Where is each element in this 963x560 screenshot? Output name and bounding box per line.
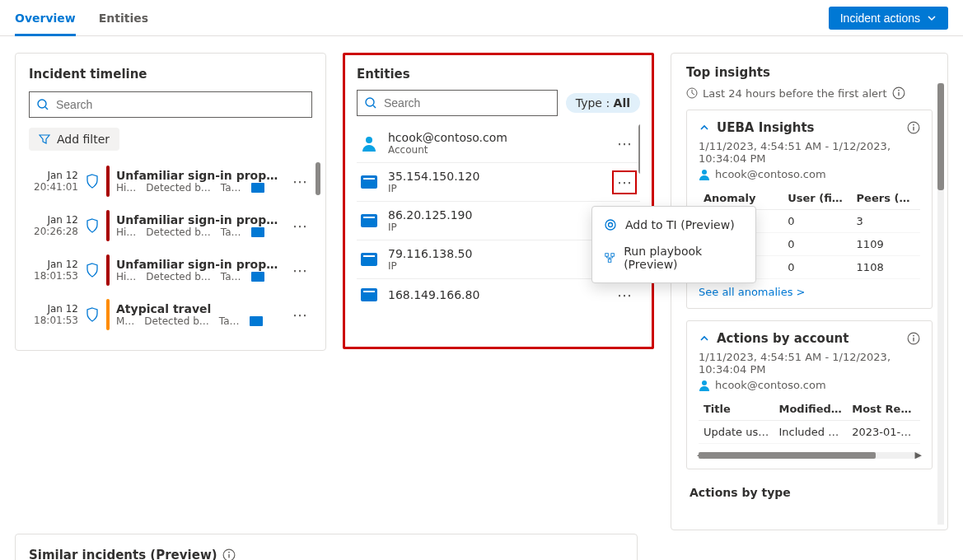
table-row[interactable]: Update user Included Upd 2023-01-11T0 <box>699 421 920 444</box>
menu-run-playbook[interactable]: Run playbook (Preview) <box>592 238 755 278</box>
svg-line-7 <box>373 105 376 108</box>
account-icon <box>699 169 710 180</box>
incident-actions-label: Incident actions <box>840 12 920 25</box>
ueba-user: hcook@contoso.com <box>715 168 826 180</box>
svg-point-26 <box>913 335 914 337</box>
entity-title: hcook@contoso.com <box>388 131 602 144</box>
entity-subtitle: IP <box>388 222 602 233</box>
more-icon[interactable]: ⋯ <box>612 135 637 152</box>
timeline-item[interactable]: Jan 1218:01:53 Atypical travel M… Detect… <box>29 292 312 337</box>
timeline-item[interactable]: Jan 1220:41:01 Unfamiliar sign-in prop… … <box>29 159 312 203</box>
entities-panel: Entities Type : All <box>343 53 654 349</box>
playbook-icon <box>604 251 615 264</box>
svg-rect-33 <box>608 259 611 263</box>
shield-icon <box>85 263 100 278</box>
main-area: Incident timeline Add filter Jan 1220:41… <box>0 36 963 548</box>
ip-icon <box>360 286 378 304</box>
similar-incidents-title: Similar incidents (Preview) <box>29 548 217 560</box>
ueba-title: UEBA Insights <box>717 120 900 135</box>
more-icon[interactable]: ⋯ <box>287 217 312 235</box>
see-all-anomalies-link[interactable]: See all anomalies > <box>699 286 806 298</box>
svg-point-0 <box>38 100 46 108</box>
severity-bar <box>106 166 110 197</box>
alert-title: Unfamiliar sign-in prop… <box>116 169 281 182</box>
entities-search[interactable] <box>357 90 558 116</box>
entity-title: 168.149.166.80 <box>388 288 602 301</box>
search-icon <box>364 96 377 110</box>
svg-point-28 <box>702 380 707 385</box>
tactic-icon <box>251 183 264 193</box>
timeline-item[interactable]: Jan 1220:26:28 Unfamiliar sign-in prop… … <box>29 203 312 248</box>
alert-title: Unfamiliar sign-in prop… <box>116 213 281 226</box>
info-icon[interactable] <box>907 332 920 345</box>
ip-icon <box>360 250 378 268</box>
timeline-item[interactable]: Jan 1218:01:53 Unfamiliar sign-in prop… … <box>29 248 312 292</box>
info-icon[interactable] <box>222 548 236 560</box>
tab-overview[interactable]: Overview <box>15 0 76 36</box>
entity-subtitle: IP <box>388 260 602 272</box>
svg-rect-11 <box>361 214 377 227</box>
severity-bar <box>106 254 110 286</box>
ip-icon <box>360 173 378 191</box>
timestamp: Jan 1218:01:53 <box>29 259 78 282</box>
menu-add-to-ti[interactable]: Add to TI (Preview) <box>592 212 755 238</box>
entity-title: 86.20.125.190 <box>388 208 602 222</box>
svg-rect-27 <box>913 338 914 342</box>
svg-rect-13 <box>361 253 377 266</box>
timeline-search[interactable] <box>29 91 312 118</box>
more-icon[interactable]: ⋯ <box>287 173 312 190</box>
severity-bar <box>106 210 110 241</box>
svg-rect-16 <box>363 291 375 292</box>
actions-by-type-title: Actions by type <box>686 481 933 499</box>
alert-title: Atypical travel <box>116 302 281 315</box>
actions-account-user: hcook@contoso.com <box>715 379 826 391</box>
incident-actions-button[interactable]: Incident actions <box>829 7 948 30</box>
clock-icon <box>686 87 698 99</box>
actions-by-account-card: Actions by account 1/11/2023, 4:54:51 AM… <box>686 320 933 469</box>
timestamp: Jan 1220:41:01 <box>29 170 78 193</box>
ueba-range: 1/11/2023, 4:54:51 AM - 1/12/2023, 10:34… <box>699 140 920 165</box>
svg-rect-14 <box>363 255 375 257</box>
entity-title: 35.154.150.120 <box>388 170 602 183</box>
more-icon[interactable]: ⋯ <box>287 306 312 324</box>
more-icon[interactable]: ⋯ <box>612 170 637 194</box>
timeline-scrollbar[interactable] <box>316 159 320 324</box>
chevron-up-icon[interactable] <box>699 333 710 344</box>
svg-rect-4 <box>251 272 264 282</box>
entities-type-filter[interactable]: Type : All <box>566 93 640 113</box>
svg-line-1 <box>45 107 48 110</box>
svg-point-30 <box>609 223 613 227</box>
actions-account-range: 1/11/2023, 4:54:51 AM - 1/12/2023, 10:34… <box>699 351 920 376</box>
topbar: Overview Entities Incident actions <box>0 0 963 36</box>
search-icon <box>36 98 49 111</box>
entity-row[interactable]: 35.154.150.120 IP ⋯ <box>357 163 640 202</box>
actions-account-title: Actions by account <box>717 331 900 346</box>
svg-rect-9 <box>361 175 377 189</box>
timeline-search-input[interactable] <box>49 97 305 112</box>
tabs: Overview Entities <box>15 0 148 36</box>
add-filter-button[interactable]: Add filter <box>29 128 119 151</box>
info-icon[interactable] <box>892 86 905 100</box>
top-insights-panel: Top insights Last 24 hours before the fi… <box>671 53 948 530</box>
svg-rect-12 <box>363 217 375 218</box>
tab-entities[interactable]: Entities <box>99 0 148 36</box>
tactic-icon <box>251 272 264 282</box>
similar-incidents-panel: Similar incidents (Preview) Severity Inc… <box>15 534 638 560</box>
entity-row[interactable]: hcook@contoso.com Account ⋯ <box>357 124 640 163</box>
horizontal-scrollbar[interactable]: ◀ ▶ <box>699 452 920 459</box>
entity-title: 79.116.138.50 <box>388 247 602 260</box>
actions-account-table: Title Modified … Most Rec… Update user I… <box>699 398 920 444</box>
entities-search-input[interactable] <box>377 96 550 110</box>
target-icon <box>604 218 617 231</box>
chevron-up-icon[interactable] <box>699 122 710 133</box>
more-icon[interactable]: ⋯ <box>612 287 637 304</box>
more-icon[interactable]: ⋯ <box>287 262 312 279</box>
entities-title: Entities <box>357 67 640 82</box>
entity-context-menu: Add to TI (Preview) Run playbook (Previe… <box>591 206 756 283</box>
shield-icon <box>85 174 100 189</box>
entity-row[interactable]: 168.149.166.80 ⋯ <box>357 279 640 310</box>
svg-rect-32 <box>611 254 615 257</box>
svg-rect-36 <box>228 554 229 558</box>
info-icon[interactable] <box>907 121 920 134</box>
insights-scrollbar[interactable] <box>937 83 944 525</box>
